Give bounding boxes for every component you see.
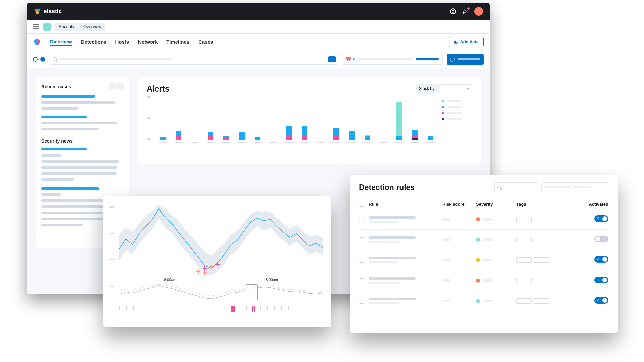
tab-timelines[interactable]: Timelines (166, 38, 190, 45)
breadcrumb-overview[interactable]: Overview (79, 23, 105, 31)
plus-icon: ⊕ (454, 39, 458, 45)
anomaly-line-chart (119, 205, 323, 276)
news-icon[interactable] (462, 8, 468, 14)
tab-overview[interactable]: Overview (50, 38, 72, 46)
breadcrumb-security[interactable]: Security (55, 23, 78, 31)
anomaly-minimap[interactable] (119, 284, 323, 304)
text-skel (41, 224, 83, 226)
anomaly-x-labels: 6:00am 8:00pm (119, 278, 323, 282)
search-icon (53, 57, 57, 61)
text-skel (41, 178, 74, 181)
filter-mode-toggle[interactable] (33, 57, 45, 62)
svg-point-4 (452, 10, 454, 12)
activated-toggle[interactable] (594, 256, 608, 263)
text-skel (41, 160, 119, 163)
activated-toggle[interactable] (594, 297, 608, 304)
brush-handle[interactable] (246, 284, 258, 300)
tab-hosts[interactable]: Hosts (115, 38, 129, 45)
query-filter-bar: 📅 ▾ (27, 50, 490, 68)
global-topbar: elastic (27, 3, 490, 20)
tab-detections[interactable]: Detections (81, 38, 107, 45)
select-all-checkbox[interactable] (359, 202, 364, 207)
news-link[interactable] (41, 148, 87, 150)
panel-action-icon[interactable] (109, 83, 116, 89)
text-skel (41, 107, 78, 110)
alerts-bar-chart (147, 96, 437, 140)
tab-cases[interactable]: Cases (198, 38, 213, 45)
menu-toggle-icon[interactable] (33, 24, 39, 29)
rule-name[interactable] (369, 216, 416, 219)
brand-name: elastic (44, 8, 62, 15)
svg-point-2 (36, 11, 39, 14)
table-row (359, 209, 608, 229)
kql-search-input[interactable] (49, 54, 338, 65)
alerts-panel: Alerts Stack by ▾ (138, 77, 481, 164)
calendar-icon: 📅 ▾ (346, 57, 355, 62)
text-skel (41, 154, 61, 157)
table-row (359, 291, 608, 311)
case-link[interactable] (41, 95, 95, 98)
rules-search-input[interactable] (494, 182, 538, 192)
row-checkbox[interactable] (359, 278, 364, 283)
text-skel (41, 166, 117, 169)
stack-by-control[interactable]: Stack by ▾ (416, 84, 472, 93)
recent-cases-title: Recent cases (41, 84, 71, 89)
search-icon (497, 186, 501, 189)
help-icon[interactable] (450, 8, 456, 14)
user-avatar-icon[interactable] (474, 7, 483, 16)
row-checkbox[interactable] (359, 237, 364, 242)
rule-name[interactable] (369, 277, 416, 280)
text-skel (41, 128, 99, 130)
rules-table-header: Rule Risk score Severity Tags Activated (359, 200, 608, 209)
rule-name[interactable] (369, 257, 416, 259)
activated-toggle[interactable] (594, 277, 608, 283)
space-chip[interactable] (43, 23, 51, 31)
activated-toggle[interactable] (594, 236, 608, 242)
alerts-title: Alerts (147, 84, 169, 94)
table-row (359, 270, 608, 291)
activated-toggle[interactable] (594, 215, 608, 222)
case-link[interactable] (41, 116, 87, 118)
breadcrumb-bar: Security Overview (27, 20, 490, 34)
anomaly-event-track (119, 306, 323, 316)
svg-point-3 (451, 9, 455, 14)
text-skel (41, 193, 61, 196)
row-checkbox[interactable] (359, 299, 364, 304)
text-skel (41, 101, 115, 104)
refresh-button[interactable] (447, 54, 484, 65)
rule-name[interactable] (369, 236, 416, 239)
detection-rules-card: Detection rules Rule Risk score Severity… (350, 175, 618, 333)
nav-tabs: Overview Detections Hosts Network Timeli… (27, 34, 490, 50)
rules-title: Detection rules (359, 183, 415, 192)
date-range-picker[interactable]: 📅 ▾ (342, 54, 443, 65)
rules-action-button[interactable] (541, 182, 608, 192)
refresh-icon (450, 57, 455, 62)
table-row (359, 250, 608, 270)
anomaly-chart-card: 6:00am 8:00pm (103, 196, 331, 327)
row-checkbox[interactable] (359, 258, 364, 263)
add-data-button[interactable]: ⊕Add data (449, 37, 484, 47)
rule-name[interactable] (369, 298, 416, 300)
news-link[interactable] (41, 187, 99, 190)
security-news-title: Security news (41, 138, 73, 144)
alerts-legend (442, 96, 472, 140)
table-row (359, 229, 608, 250)
security-app-icon (33, 38, 41, 46)
elastic-logo-icon (34, 8, 41, 15)
rules-table: Rule Risk score Severity Tags Activated (359, 200, 608, 311)
text-skel (41, 122, 117, 124)
text-skel (41, 172, 117, 175)
tab-network[interactable]: Network (138, 38, 158, 45)
stack-by-select[interactable]: ▾ (438, 84, 472, 93)
panel-action-icon[interactable] (117, 83, 124, 89)
row-checkbox[interactable] (359, 217, 364, 222)
